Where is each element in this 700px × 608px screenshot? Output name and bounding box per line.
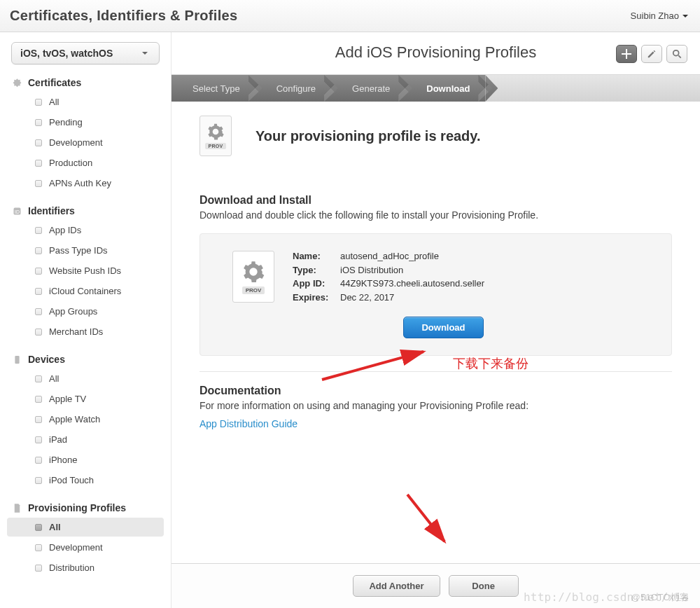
svg-line-4 — [322, 352, 424, 380]
annotation-text-download: 下载下来备份 — [453, 355, 528, 372]
bullet-icon — [35, 457, 42, 464]
main-header: Add iOS Provisioning Profiles — [172, 32, 700, 75]
bullet-icon — [35, 288, 42, 295]
bullet-icon — [35, 180, 42, 187]
sidebar-section-certificates: Certificates All Pending Development Pro… — [0, 77, 171, 193]
sidebar-item-website-push-ids[interactable]: Website Push IDs — [7, 261, 164, 280]
section-title: Certificates — [28, 77, 81, 88]
annotation-arrow-done — [404, 491, 453, 548]
label-type: Type: — [293, 265, 337, 276]
search-icon — [672, 49, 682, 59]
sidebar-item-app-ids[interactable]: App IDs — [7, 221, 164, 240]
search-button[interactable] — [666, 45, 687, 63]
section-head: Provisioning Profiles — [0, 502, 171, 513]
profile-card: PROV Name: autosend_adHoc_profile Type: … — [200, 233, 672, 356]
certificate-icon — [11, 77, 22, 88]
prov-caption: PROV — [205, 143, 225, 149]
chevron-down-icon — [682, 13, 689, 20]
value-appid: 44Z9KTS973.cheeli.autosend.seller — [340, 278, 484, 289]
download-section: Download and Install Download and double… — [200, 194, 672, 356]
prov-icon: PROV — [200, 116, 232, 156]
user-menu[interactable]: Suibin Zhao — [631, 11, 689, 21]
main-title: Add iOS Provisioning Profiles — [335, 43, 536, 62]
sidebar-item-cert-all[interactable]: All — [7, 92, 164, 111]
sidebar-item-ipod-touch[interactable]: iPod Touch — [7, 471, 164, 490]
footer: Add Another Done — [172, 563, 700, 608]
section-head: Certificates — [0, 77, 171, 88]
sidebar-item-iphone[interactable]: iPhone — [7, 450, 164, 469]
section-head: Devices — [0, 354, 171, 365]
platform-selector[interactable]: iOS, tvOS, watchOS — [11, 42, 160, 64]
edit-button[interactable] — [641, 45, 662, 63]
sidebar-item-cert-production[interactable]: Production — [7, 153, 164, 172]
step-generate[interactable]: Generate — [331, 75, 405, 102]
sidebar-item-profile-distribution[interactable]: Distribution — [7, 558, 164, 577]
sidebar-item-profile-all[interactable]: All — [7, 518, 164, 537]
step-bar: Select Type Configure Generate Download — [172, 75, 700, 102]
section-title: Provisioning Profiles — [28, 502, 126, 513]
svg-text:ID: ID — [15, 209, 20, 214]
ready-heading: Your provisioning profile is ready. — [255, 128, 481, 144]
stepbar-remainder — [485, 75, 700, 102]
sidebar-item-ipad[interactable]: iPad — [7, 430, 164, 449]
user-name: Suibin Zhao — [631, 11, 679, 21]
platform-label: iOS, tvOS, watchOS — [20, 48, 113, 59]
sidebar-item-apple-tv[interactable]: Apple TV — [7, 389, 164, 408]
add-another-button[interactable]: Add Another — [353, 575, 440, 597]
sidebar-item-merchant-ids[interactable]: Merchant IDs — [7, 322, 164, 341]
sidebar-item-pass-type-ids[interactable]: Pass Type IDs — [7, 241, 164, 260]
layout: iOS, tvOS, watchOS Certificates All Pend… — [0, 32, 700, 608]
bullet-icon — [35, 99, 42, 106]
bullet-icon — [35, 416, 42, 423]
bullet-icon — [35, 247, 42, 254]
top-header: Certificates, Identifiers & Profiles Sui… — [0, 0, 700, 32]
identifier-icon: ID — [11, 205, 22, 216]
bullet-icon — [35, 329, 42, 336]
section-head: ID Identifiers — [0, 205, 171, 216]
label-expires: Expires: — [293, 292, 337, 303]
sidebar-section-identifiers: ID Identifiers App IDs Pass Type IDs Web… — [0, 205, 171, 341]
prov-caption: PROV — [242, 286, 265, 294]
step-configure[interactable]: Configure — [255, 75, 331, 102]
gear-icon — [241, 260, 265, 284]
download-desc: Download and double click the following … — [200, 209, 672, 221]
doc-desc: For more information on using and managi… — [200, 400, 672, 411]
bullet-icon — [35, 375, 42, 382]
value-type: iOS Distribution — [340, 265, 484, 276]
ready-block: PROV Your provisioning profile is ready. — [200, 116, 672, 156]
sidebar-item-app-groups[interactable]: App Groups — [7, 302, 164, 321]
section-title: Identifiers — [28, 205, 75, 216]
sidebar-item-icloud-containers[interactable]: iCloud Containers — [7, 282, 164, 300]
sidebar-item-cert-apns[interactable]: APNs Auth Key — [7, 174, 164, 193]
content: PROV Your provisioning profile is ready.… — [172, 102, 700, 563]
bullet-icon — [35, 544, 42, 551]
label-appid: App ID: — [293, 278, 337, 289]
chevron-down-icon — [141, 50, 148, 57]
sidebar-item-cert-pending[interactable]: Pending — [7, 113, 164, 132]
sidebar-item-profile-development[interactable]: Development — [7, 538, 164, 557]
profile-icon — [11, 502, 22, 513]
add-button[interactable] — [616, 45, 637, 63]
plus-icon — [622, 49, 631, 59]
sidebar: iOS, tvOS, watchOS Certificates All Pend… — [0, 32, 172, 608]
step-select-type[interactable]: Select Type — [172, 75, 255, 102]
svg-line-5 — [407, 495, 444, 541]
doc-section: Documentation For more information on us… — [200, 385, 672, 429]
svg-rect-2 — [15, 355, 19, 363]
page-title: Certificates, Identifiers & Profiles — [10, 8, 237, 24]
section-title: Devices — [28, 354, 65, 365]
sidebar-item-device-all[interactable]: All — [7, 369, 164, 388]
doc-link[interactable]: App Distribution Guide — [200, 418, 298, 429]
profile-kv: Name: autosend_adHoc_profile Type: iOS D… — [293, 251, 484, 303]
gear-icon — [206, 123, 225, 141]
bullet-icon — [35, 139, 42, 146]
main: Add iOS Provisioning Profiles Select Typ… — [172, 32, 700, 608]
download-button[interactable]: Download — [403, 317, 483, 338]
sidebar-item-cert-development[interactable]: Development — [7, 133, 164, 152]
bullet-icon — [35, 227, 42, 234]
download-heading: Download and Install — [200, 194, 672, 207]
done-button[interactable]: Done — [449, 575, 519, 597]
step-download[interactable]: Download — [405, 75, 485, 102]
sidebar-item-apple-watch[interactable]: Apple Watch — [7, 410, 164, 429]
separator — [200, 371, 672, 372]
